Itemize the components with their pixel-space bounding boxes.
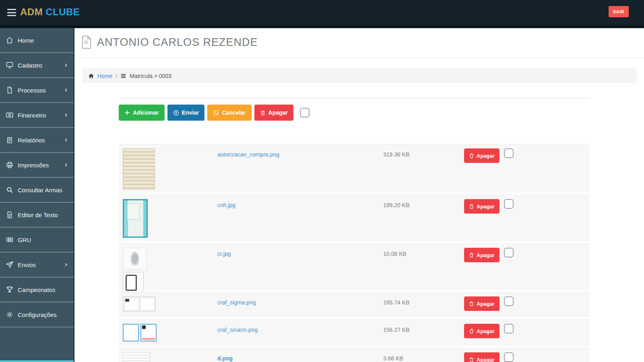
trash-icon (469, 252, 474, 258)
send-button-label: Enviar (182, 109, 199, 116)
sidebar-item-configuracoes[interactable]: Configurações (0, 302, 74, 327)
row-checkbox[interactable] (504, 296, 514, 306)
file-name-link[interactable]: d.png (217, 355, 233, 362)
delete-button-label: Apagar (268, 109, 288, 116)
add-button-label: Adicionar (133, 109, 159, 116)
row-checkbox[interactable] (504, 324, 514, 333)
row-checkbox[interactable] (504, 352, 514, 362)
row-delete-button[interactable]: Apagar (464, 248, 500, 262)
home-icon (6, 37, 13, 44)
row-actions: Apagar (464, 148, 514, 163)
send-button[interactable]: Enviar (167, 105, 205, 121)
file-name-link[interactable]: autorizacao_compra.png (217, 151, 279, 158)
row-delete-button[interactable]: Apagar (464, 148, 500, 163)
select-all-checkbox[interactable] (300, 108, 310, 117)
row-delete-button[interactable]: Apagar (464, 199, 500, 214)
barcode-icon (6, 236, 13, 244)
toolbar: Adicionar Enviar Cancelar Apagar (119, 105, 310, 121)
trash-icon (260, 110, 266, 116)
sidebar: Home Cadastro Processos Financeiro Re (0, 28, 74, 362)
row-actions: Apagar (464, 352, 514, 362)
sidebar-item-label: Envios (18, 261, 36, 268)
brand-adm: ADM (20, 6, 43, 18)
main-content: ANTONIO CARLOS REZENDE Home / Matricula … (75, 28, 644, 362)
file-thumbnail[interactable] (123, 324, 157, 341)
cancel-button[interactable]: Cancelar (207, 105, 251, 121)
trash-icon (469, 204, 474, 209)
file-thumbnail[interactable] (123, 296, 156, 312)
sidebar-item-label: Relatórios (18, 137, 45, 144)
delete-button[interactable]: Apagar (254, 105, 293, 121)
row-checkbox[interactable] (504, 248, 514, 257)
row-delete-button[interactable]: Apagar (464, 324, 500, 338)
sidebar-item-impressoes[interactable]: Impressões (0, 153, 74, 178)
plus-icon (124, 110, 130, 115)
row-checkbox[interactable] (504, 199, 514, 209)
file-row: craf_sinarm.png 156.27 KB Apagar (119, 319, 590, 346)
breadcrumb-separator: / (116, 73, 117, 79)
sidebar-item-processos[interactable]: Processos (0, 78, 74, 103)
page-header: ANTONIO CARLOS REZENDE (81, 35, 258, 49)
row-actions: Apagar (464, 248, 514, 262)
file-name-link[interactable]: craf_sinarm.png (217, 327, 258, 333)
cancel-button-label: Cancelar (222, 109, 246, 116)
sidebar-item-cadastro[interactable]: Cadastro (0, 53, 74, 78)
file-size: 10.08 KB (383, 251, 407, 257)
sidebar-item-campeonatos[interactable]: Campeonatos (0, 278, 74, 302)
menu-toggle-icon[interactable] (7, 9, 16, 16)
file-thumbnail[interactable] (123, 199, 148, 238)
money-icon (6, 111, 13, 119)
search-icon (6, 186, 13, 194)
sidebar-item-label: Campeonatos (18, 286, 55, 293)
navbar-divider (0, 25, 644, 28)
sidebar-item-label: Consultar Armas (18, 187, 62, 193)
trash-icon (469, 301, 474, 306)
sidebar-item-envios[interactable]: Envios (0, 253, 74, 278)
sidebar-item-editor-de-texto[interactable]: Editor de Texto (0, 203, 74, 228)
printer-icon (6, 161, 13, 169)
file-thumbnail[interactable] (123, 248, 147, 294)
sidebar-item-home[interactable]: Home (0, 28, 74, 53)
paper-plane-icon (6, 261, 13, 269)
desktop-icon (6, 62, 13, 69)
breadcrumb: Home / Matricula > 0003 (83, 68, 637, 83)
chevron-right-icon (64, 113, 68, 117)
row-checkbox[interactable] (504, 148, 514, 158)
trash-icon (469, 357, 474, 362)
chevron-right-icon (64, 88, 68, 92)
row-actions: Apagar (464, 296, 514, 311)
sidebar-item-label: Cadastro (18, 62, 42, 69)
file-thumbnail[interactable] (123, 352, 150, 362)
chevron-right-icon (64, 263, 68, 267)
file-text-icon (6, 211, 13, 219)
add-button[interactable]: Adicionar (119, 105, 165, 121)
sidebar-item-label: Editor de Texto (18, 212, 58, 218)
file-row: cr.jpg 10.08 KB Apagar (119, 243, 590, 290)
top-navbar: ADM CLUBE SAIR (0, 0, 644, 25)
file-name-link[interactable]: cr.jpg (217, 251, 231, 257)
file-name-link[interactable]: cnh.jpg (217, 202, 235, 208)
sidebar-item-financeiro[interactable]: Financeiro (0, 103, 74, 128)
page-title: ANTONIO CARLOS REZENDE (97, 36, 258, 49)
brand-clube: CLUBE (45, 6, 80, 18)
row-delete-label: Apagar (477, 153, 495, 159)
row-delete-label: Apagar (477, 204, 495, 210)
row-delete-button[interactable]: Apagar (464, 352, 500, 362)
row-actions: Apagar (464, 199, 514, 214)
house-icon (88, 73, 94, 79)
sidebar-item-consultar-armas[interactable]: Consultar Armas (0, 178, 74, 203)
row-actions: Apagar (464, 324, 514, 338)
sidebar-item-label: Impressões (18, 162, 49, 169)
sidebar-scroll-indicator (0, 360, 74, 362)
logout-button[interactable]: SAIR (609, 6, 629, 17)
row-delete-button[interactable]: Apagar (464, 296, 500, 311)
file-size: 199.20 KB (383, 202, 409, 208)
breadcrumb-home-link[interactable]: Home (97, 73, 112, 79)
sidebar-item-label: Home (18, 37, 34, 44)
sidebar-item-gru[interactable]: GRU (0, 228, 74, 253)
row-delete-label: Apagar (477, 357, 495, 362)
file-name-link[interactable]: craf_sigma.png (217, 299, 256, 306)
file-thumbnail[interactable] (123, 148, 155, 189)
sidebar-item-relatorios[interactable]: Relatórios (0, 128, 74, 153)
file-size: 3.66 KB (383, 355, 403, 362)
